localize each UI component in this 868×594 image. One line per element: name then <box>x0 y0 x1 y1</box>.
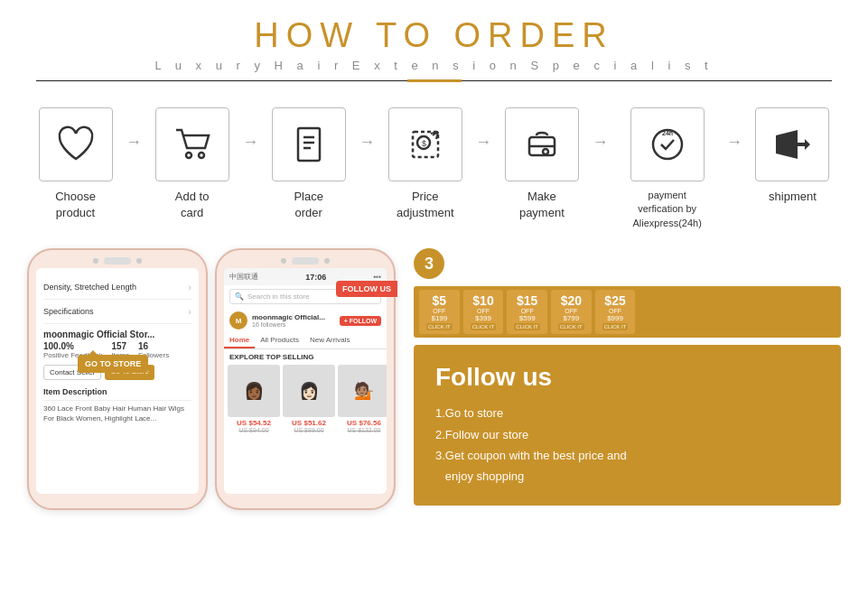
product-2-price: US $51.62 <box>292 419 326 427</box>
step-place-order: Placeorder <box>260 107 357 221</box>
page-title: HOW TO ORDER <box>0 16 868 55</box>
phone2-store-name: moonmagic Official... <box>252 313 335 321</box>
coupon-25: $25 OFF $999 CLICK IT <box>595 290 636 334</box>
step-make-payment-label: Makepayment <box>519 189 565 221</box>
svg-text:$: $ <box>422 139 426 148</box>
phone1-screen: Density, Stretched Length › Specificatio… <box>36 268 199 494</box>
phone1-store-name: moonmagic Official Stor... <box>43 329 191 339</box>
nav-all-products[interactable]: All Products <box>255 333 304 348</box>
step-place-order-label: Placeorder <box>294 189 323 221</box>
follow-us-steps: 1.Go to store 2.Follow our store 3.Get c… <box>435 403 819 487</box>
step-shipment: shipment <box>744 107 841 205</box>
svg-point-1 <box>199 153 204 158</box>
add-to-card-icon-box <box>155 107 229 181</box>
arrow-1: → <box>126 107 142 152</box>
payment-verification-icon-box: 24h <box>630 107 705 181</box>
step-choose-product: Chooseproduct <box>27 107 124 221</box>
place-order-icon-box <box>272 107 346 181</box>
phone2-nav: Home All Products New Arrivals <box>224 333 387 349</box>
coupon-5: $5 OFF $199 CLICK IT <box>419 290 460 334</box>
choose-product-icon-box <box>39 107 113 181</box>
product-3-orig: US $132.00 <box>348 427 381 433</box>
bottom-section: Density, Stretched Length › Specificatio… <box>0 239 868 510</box>
arrow-6: → <box>726 107 742 152</box>
phone2-top-bar <box>217 250 394 268</box>
follow-us-badge: FOLLOW US <box>336 281 397 297</box>
product-1: 👩🏾 US $54.52 US $94.00 <box>228 365 280 433</box>
svg-text:24h: 24h <box>662 130 673 136</box>
svg-point-0 <box>186 153 191 158</box>
phone1-container: Density, Stretched Length › Specificatio… <box>27 248 208 510</box>
product-3: 💁🏽 US $76.56 US $132.00 <box>338 365 387 433</box>
phone2-followers: 16 followers <box>252 321 335 328</box>
step-payment-verification-label: paymentverfication byAliexpress(24h) <box>632 189 701 230</box>
make-payment-icon-box <box>505 107 579 181</box>
product-3-image: 💁🏽 <box>338 365 387 417</box>
steps-section: Chooseproduct → Add tocard → Placeorder … <box>0 88 868 239</box>
follow-btn[interactable]: + FOLLOW <box>340 316 381 326</box>
phone1-item-desc: Item Description <box>43 387 191 401</box>
product-2-orig: US $89.00 <box>294 427 323 433</box>
coupon-15: $15 OFF $599 CLICK IT <box>507 290 547 334</box>
coupon-10: $10 OFF $399 CLICK IT <box>463 290 504 334</box>
phone2-explore-label: EXPLORE TOP SELLING <box>224 349 387 365</box>
phone2-store-header: M moonmagic Official... 16 followers + F… <box>224 308 387 333</box>
go-to-store-tooltip: GO TO STORE <box>78 355 148 373</box>
arrow-3: → <box>359 107 375 152</box>
product-2-image: 👩🏻 <box>283 365 335 417</box>
phone1-row-spec: Specifications › <box>43 300 191 324</box>
step3-badge: 3 <box>414 248 444 279</box>
step-payment-verification: 24h paymentverfication byAliexpress(24h) <box>610 107 724 230</box>
arrow-5: → <box>592 107 608 152</box>
svg-rect-2 <box>298 128 320 161</box>
shipment-icon-box <box>755 107 829 181</box>
coupon-20: $20 OFF $799 CLICK IT <box>551 290 592 334</box>
store-avatar: M <box>229 311 247 329</box>
product-1-price: US $54.52 <box>237 419 271 427</box>
phone1-top-bar <box>29 250 206 268</box>
arrow-4: → <box>475 107 491 152</box>
follow-section: 3 $5 OFF $199 CLICK IT $10 OFF $399 CLIC… <box>414 248 841 506</box>
arrow-2: → <box>242 107 258 152</box>
follow-us-title: Follow us <box>435 363 819 392</box>
product-1-orig: US $94.00 <box>238 427 268 433</box>
product-2: 👩🏻 US $51.62 US $89.00 <box>283 365 335 433</box>
page-header: HOW TO ORDER L u x u r y H a i r E x t e… <box>0 0 868 88</box>
nav-new-arrivals[interactable]: New Arrivals <box>304 333 355 348</box>
phone2-products: 👩🏾 US $54.52 US $94.00 👩🏻 US $51.62 US $… <box>224 365 387 433</box>
step-choose-product-label: Chooseproduct <box>55 189 96 221</box>
step-price-adjustment-label: Priceadjustment <box>397 189 454 221</box>
step-add-to-card: Add tocard <box>144 107 240 221</box>
coupon-bar: $5 OFF $199 CLICK IT $10 OFF $399 CLICK … <box>414 286 841 338</box>
phone1-mockup: Density, Stretched Length › Specificatio… <box>27 248 208 510</box>
step-price-adjustment: $ Priceadjustment <box>377 107 473 221</box>
search-icon: 🔍 <box>235 292 244 301</box>
svg-point-13 <box>543 149 548 154</box>
page-subtitle: L u x u r y H a i r E x t e n s i o n S … <box>0 59 868 72</box>
step-make-payment: Makepayment <box>493 107 590 221</box>
product-1-image: 👩🏾 <box>228 365 280 417</box>
step-shipment-label: shipment <box>769 189 817 205</box>
phone2-container: 中国联通 17:06 ▪▪▪ 🔍 Search in this store M … <box>215 248 396 510</box>
price-adjustment-icon-box: $ <box>388 107 462 181</box>
phone1-item-title: 360 Lace Front Baby Hair Human Hair Wigs… <box>43 404 191 423</box>
product-3-price: US $76.56 <box>347 419 381 427</box>
follow-us-box: Follow us 1.Go to store 2.Follow our sto… <box>414 345 841 506</box>
phone1-row-density: Density, Stretched Length › <box>43 275 191 300</box>
header-divider <box>36 79 832 82</box>
nav-home[interactable]: Home <box>224 333 255 348</box>
step-add-to-card-label: Add tocard <box>175 189 210 221</box>
phone2-screen: 中国联通 17:06 ▪▪▪ 🔍 Search in this store M … <box>224 268 387 494</box>
